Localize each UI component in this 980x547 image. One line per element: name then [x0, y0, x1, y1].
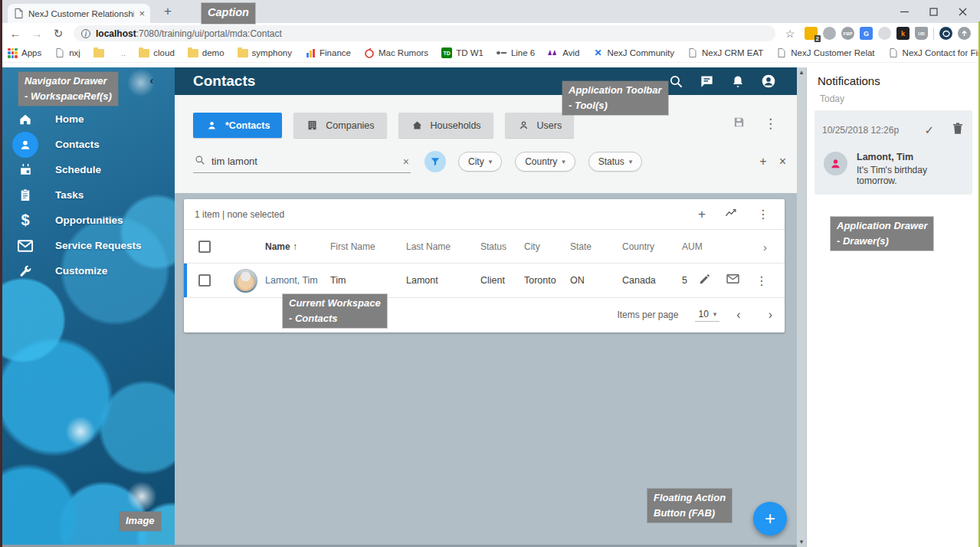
bookmark-star-icon[interactable]: ☆: [782, 28, 798, 40]
bookmark-folder-1[interactable]: [93, 49, 108, 57]
site-info-icon[interactable]: i: [81, 29, 90, 38]
ext-circle-icon[interactable]: [878, 27, 891, 40]
reload-button[interactable]: ↻: [49, 25, 67, 43]
ext-octagon-icon[interactable]: FBP: [841, 27, 854, 40]
account-icon[interactable]: [759, 73, 777, 90]
tab-close-icon[interactable]: ×: [139, 8, 145, 19]
column-header-name[interactable]: Name ↑: [265, 241, 330, 252]
add-filter-icon[interactable]: +: [759, 155, 766, 169]
sidebar-item-service-requests[interactable]: Service Requests: [0, 233, 175, 258]
bookmark-line6[interactable]: Line 6: [497, 47, 535, 58]
column-header-country[interactable]: Country: [622, 241, 682, 252]
row-checkbox[interactable]: [198, 274, 211, 287]
ext-translate-icon[interactable]: G: [860, 27, 873, 40]
bookmark-finance[interactable]: Finance: [305, 47, 351, 58]
bookmark-macrumors[interactable]: Mac Rumors: [364, 47, 428, 58]
delete-trash-icon[interactable]: [952, 123, 963, 138]
trending-chart-icon[interactable]: [725, 207, 738, 221]
previous-page-icon[interactable]: ‹: [736, 308, 740, 322]
sidebar-item-opportunities[interactable]: $ Opportunities: [0, 208, 175, 233]
sidebar-item-schedule[interactable]: Schedule: [0, 157, 175, 182]
scroll-down-arrow[interactable]: ▼: [798, 537, 805, 547]
mark-read-check-icon[interactable]: ✓: [924, 123, 934, 137]
edit-pencil-icon[interactable]: [699, 274, 710, 288]
filter-chip-status[interactable]: Status ▾: [588, 152, 643, 172]
more-columns-icon[interactable]: ›: [763, 230, 767, 264]
add-contact-icon[interactable]: +: [698, 207, 706, 222]
toolbar-kebab-icon[interactable]: ⋮: [764, 117, 777, 130]
sidebar-item-home[interactable]: Home: [0, 106, 175, 132]
table-row[interactable]: Lamont, Tim Tim Lamont Client Toronto ON…: [184, 264, 785, 297]
address-bar[interactable]: i localhost:7080/training/ui/portal/mda:…: [74, 25, 775, 41]
column-header-last-name[interactable]: Last Name: [406, 241, 480, 252]
column-header-aum[interactable]: AUM: [682, 241, 725, 252]
ext-shield-icon[interactable]: UD: [915, 27, 928, 40]
search-input[interactable]: [211, 156, 397, 167]
window-minimize-button[interactable]: [890, 0, 919, 23]
ext-swirl-icon[interactable]: [939, 27, 952, 40]
bookmark-nexj-contact[interactable]: NexJ Contact for Fina: [888, 47, 980, 58]
extensions-row: 2 FBP G k UD: [801, 27, 974, 40]
row-kebab-icon[interactable]: ⋮: [755, 274, 768, 288]
browser-tab[interactable]: NexJ Customer Relationship Man ×: [8, 4, 150, 23]
tab-contacts[interactable]: *Contacts: [193, 113, 282, 138]
tab-users[interactable]: Users: [505, 113, 575, 138]
filter-chip-city[interactable]: City ▾: [458, 152, 502, 172]
forward-button[interactable]: →: [28, 25, 46, 43]
bookmark-label: Avid: [562, 48, 579, 57]
drawer-collapse-icon[interactable]: ‹: [144, 72, 159, 87]
bell-icon[interactable]: [729, 73, 746, 90]
save-icon[interactable]: [733, 116, 746, 132]
column-header-state[interactable]: State: [570, 241, 622, 252]
filter-funnel-button[interactable]: [424, 151, 446, 172]
items-per-page-select[interactable]: 10 ▾: [695, 309, 719, 322]
clear-filters-icon[interactable]: ×: [779, 155, 786, 169]
notification-contact-name[interactable]: Lamont, Tim: [857, 152, 965, 162]
ext-k-icon[interactable]: k: [896, 27, 910, 40]
new-tab-button[interactable]: +: [158, 2, 178, 21]
bookmark-demo[interactable]: demo: [188, 48, 225, 57]
chevron-down-icon: ▾: [562, 158, 565, 165]
bookmark-nexj-customer[interactable]: NexJ Customer Relat: [776, 47, 874, 58]
tab-label: Households: [431, 120, 481, 131]
select-all-checkbox[interactable]: [198, 241, 211, 253]
sidebar-item-customize[interactable]: Customize: [0, 258, 175, 283]
tab-companies[interactable]: Companies: [293, 113, 386, 138]
application-drawer: Notifications Today 10/25/2018 12:26p ✓ …: [806, 67, 978, 547]
window-close-button[interactable]: [948, 0, 977, 23]
bookmark-symphony[interactable]: symphony: [238, 48, 292, 57]
bookmark-apps[interactable]: Apps: [8, 48, 41, 58]
bookmark-td[interactable]: TD TD W1: [441, 47, 483, 58]
back-button[interactable]: ←: [6, 25, 25, 43]
bookmark-folder-2[interactable]: ..: [121, 48, 126, 57]
column-header-first-name[interactable]: First Name: [330, 241, 406, 252]
bookmark-nexj-crm-eat[interactable]: NexJ CRM EAT: [687, 47, 763, 58]
floating-action-button[interactable]: +: [753, 502, 787, 536]
cell-name[interactable]: Lamont, Tim: [265, 275, 330, 286]
main-scrollbar[interactable]: ▲ ▼: [797, 67, 806, 547]
chat-icon[interactable]: [698, 73, 716, 90]
bookmark-avid[interactable]: Avid: [548, 47, 579, 58]
column-header-status[interactable]: Status: [480, 241, 524, 252]
filter-chip-country[interactable]: Country ▾: [515, 152, 575, 172]
bookmark-cloud[interactable]: cloud: [139, 48, 175, 57]
column-header-city[interactable]: City: [524, 241, 570, 252]
email-envelope-icon[interactable]: [726, 274, 739, 287]
ext-arrow-up-icon[interactable]: [958, 27, 971, 40]
bookmark-nexj-community[interactable]: ✕ NexJ Community: [592, 47, 674, 58]
house-icon: [411, 119, 424, 132]
next-page-icon[interactable]: ›: [769, 308, 772, 322]
grid-kebab-icon[interactable]: ⋮: [757, 207, 769, 221]
sidebar-item-contacts[interactable]: Contacts: [0, 132, 175, 157]
scroll-up-arrow[interactable]: ▲: [798, 67, 805, 77]
search-icon[interactable]: [667, 73, 685, 90]
sidebar-item-tasks[interactable]: Tasks: [0, 182, 175, 208]
notification-card[interactable]: 10/25/2018 12:26p ✓ Lamont, Tim It's Tim…: [814, 110, 972, 195]
window-maximize-button[interactable]: [919, 0, 948, 23]
tab-households[interactable]: Households: [398, 113, 493, 138]
ext-gray-icon[interactable]: [823, 27, 836, 40]
search-field[interactable]: ×: [193, 150, 411, 173]
ext-yellow-badge-icon[interactable]: 2: [805, 27, 818, 40]
bookmark-nxj[interactable]: nxj: [54, 47, 80, 58]
search-clear-icon[interactable]: ×: [403, 156, 409, 168]
